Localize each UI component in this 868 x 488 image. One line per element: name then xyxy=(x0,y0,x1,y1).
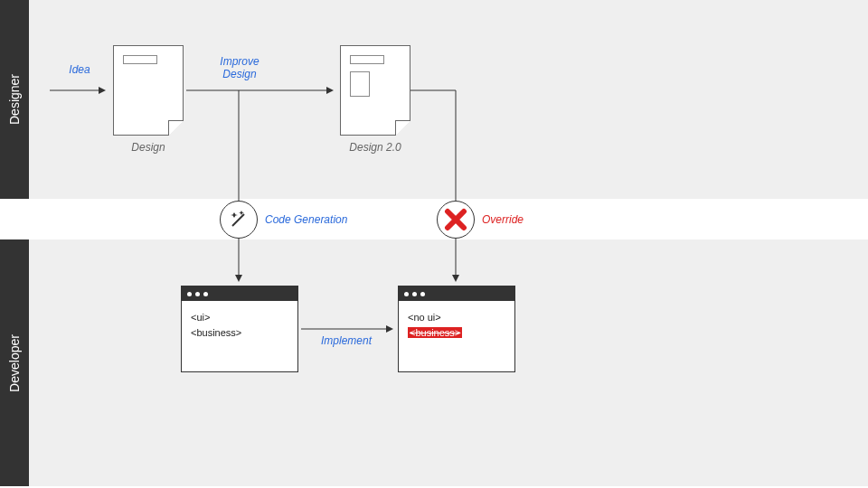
window-dot xyxy=(404,292,409,296)
code-line: <business> xyxy=(191,325,288,341)
developer-lane-text: Developer xyxy=(7,334,22,392)
doc-design-2 xyxy=(340,45,410,136)
svg-marker-6 xyxy=(231,212,238,218)
developer-lane-label: Developer xyxy=(0,239,29,486)
label-improve-1: Improve xyxy=(212,55,267,68)
window-dot xyxy=(420,292,425,296)
doc-bar xyxy=(350,55,384,64)
magic-wand-icon xyxy=(227,208,250,231)
codebox-2: <no ui> <business> xyxy=(398,286,515,372)
code-line: <no ui> xyxy=(408,310,505,325)
window-dot xyxy=(187,292,192,296)
code-line: <ui> xyxy=(191,310,288,325)
label-improve-2: Design xyxy=(212,68,267,80)
doc-design-1-caption: Design xyxy=(103,141,193,154)
window-dot xyxy=(412,292,417,296)
window-dot xyxy=(195,292,200,296)
designer-lane-text: Designer xyxy=(7,74,22,125)
codebox-1-titlebar xyxy=(182,286,297,301)
x-icon xyxy=(443,207,468,232)
doc-design-2-caption: Design 2.0 xyxy=(330,141,420,154)
codebox-1-content: <ui> <business> xyxy=(182,301,297,349)
codebox-2-content: <no ui> <business> xyxy=(399,301,514,349)
label-implement: Implement xyxy=(315,334,378,347)
codebox-2-titlebar xyxy=(399,286,514,301)
doc-bar xyxy=(123,55,157,64)
doc-bar-v xyxy=(350,71,370,97)
codebox-1: <ui> <business> xyxy=(181,286,298,372)
designer-lane-label: Designer xyxy=(0,0,29,199)
label-idea: Idea xyxy=(61,63,98,76)
code-line-struck: <business> xyxy=(408,327,462,338)
codegen-label: Code Generation xyxy=(265,213,347,226)
codegen-icon xyxy=(220,201,258,239)
doc-design-1 xyxy=(113,45,184,136)
window-dot xyxy=(203,292,208,296)
override-label: Override xyxy=(482,213,524,226)
override-icon xyxy=(437,201,475,239)
